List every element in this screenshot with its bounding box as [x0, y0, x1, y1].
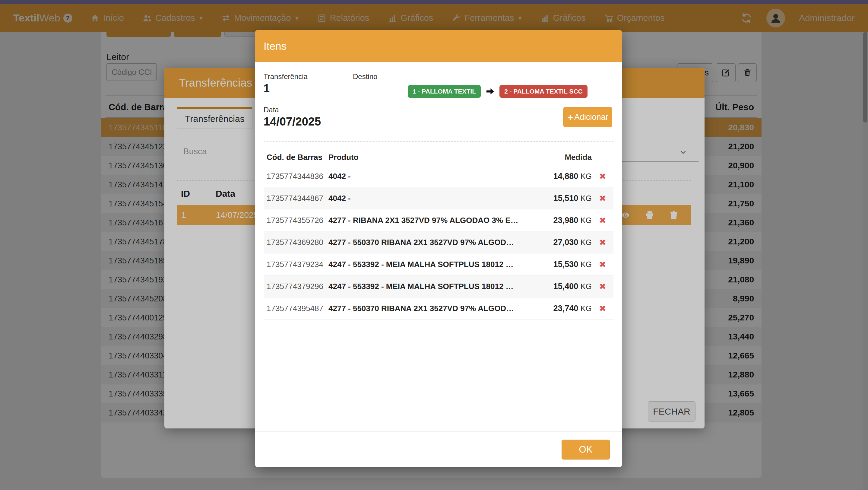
dashed-divider [264, 141, 614, 142]
item-row[interactable]: 1735774395487 4277 - 550370 RIBANA 2X1 3… [264, 298, 614, 319]
item-row[interactable]: 1735774379296 4247 - 553392 - MEIA MALHA… [264, 275, 614, 298]
measure-unit: KG [578, 194, 592, 203]
app-root: Leitor s Cód. de Barras Últ. Peso 173577… [0, 0, 868, 490]
items-rows: 1735774344836 4042 - 14,880 KG ✖ 1735774… [264, 165, 614, 319]
measure-cell: 15,510 KG [530, 194, 592, 203]
measure-cell: 14,880 KG [530, 172, 592, 181]
barcode-cell: 1735774344867 [264, 194, 329, 203]
ok-button[interactable]: OK [562, 439, 610, 460]
measure-unit: KG [578, 216, 592, 225]
actions-cell: ✖ [592, 215, 614, 225]
actions-cell: ✖ [592, 172, 614, 181]
items-table-header: Cód. de Barras Produto Medida [264, 150, 614, 165]
remove-item-icon[interactable]: ✖ [599, 216, 606, 225]
items-modal-header: Itens [255, 30, 622, 62]
product-cell: 4042 - [329, 194, 530, 203]
measure-value: 15,400 [553, 282, 579, 291]
remove-item-icon[interactable]: ✖ [599, 304, 606, 313]
remove-item-icon[interactable]: ✖ [599, 282, 606, 291]
actions-cell: ✖ [592, 238, 614, 247]
column-header-product: Produto [329, 153, 530, 162]
product-cell: 4277 - RIBANA 2X1 3527VD 97% ALGODAO 3% … [329, 216, 530, 225]
adicionar-button[interactable]: + Adicionar [563, 107, 612, 127]
measure-value: 23,980 [553, 216, 579, 225]
date-value: 14/07/2025 [264, 115, 321, 128]
origin-badge: 1 - PALLOMA TEXTIL [408, 85, 481, 98]
route-badges: 1 - PALLOMA TEXTIL 2 - PALLOMA TEXTIL SC… [408, 85, 588, 98]
item-row[interactable]: 1735774369280 4277 - 550370 RIBANA 2X1 3… [264, 232, 614, 253]
measure-value: 27,030 [553, 238, 579, 247]
item-row[interactable]: 1735774344867 4042 - 15,510 KG ✖ [264, 187, 614, 209]
product-cell: 4277 - 550370 RIBANA 2X1 3527VD 97% ALGO… [329, 304, 530, 313]
adicionar-label: Adicionar [574, 113, 608, 122]
items-table: Cód. de Barras Produto Medida 1735774344… [264, 150, 614, 319]
measure-unit: KG [578, 304, 592, 313]
measure-value: 14,880 [553, 172, 579, 181]
measure-cell: 15,400 KG [530, 282, 592, 291]
remove-item-icon[interactable]: ✖ [599, 260, 606, 269]
measure-cell: 23,740 KG [530, 304, 592, 313]
column-header-measure: Medida [530, 153, 592, 162]
barcode-cell: 1735774395487 [264, 304, 329, 313]
actions-cell: ✖ [592, 281, 614, 292]
destination-label: Destino [353, 72, 377, 81]
actions-cell: ✖ [592, 193, 614, 203]
measure-cell: 27,030 KG [530, 238, 592, 247]
ok-label: OK [579, 444, 593, 455]
remove-item-icon[interactable]: ✖ [599, 238, 606, 247]
arrow-right-icon [485, 86, 495, 97]
measure-unit: KG [578, 260, 592, 269]
remove-item-icon[interactable]: ✖ [599, 194, 606, 203]
items-modal-title: Itens [264, 40, 286, 52]
product-cell: 4247 - 553392 - MEIA MALHA SOFTPLUS 1801… [329, 282, 530, 291]
measure-value: 23,740 [553, 304, 579, 313]
item-row[interactable]: 1735774344836 4042 - 14,880 KG ✖ [264, 165, 614, 187]
plus-icon: + [567, 112, 573, 123]
product-cell: 4277 - 550370 RIBANA 2X1 3527VD 97% ALGO… [329, 238, 530, 247]
item-row[interactable]: 1735774379234 4247 - 553392 - MEIA MALHA… [264, 253, 614, 275]
destination-badge: 2 - PALLOMA TEXTIL SCC [499, 85, 588, 98]
actions-cell: ✖ [592, 259, 614, 270]
items-modal-footer: OK [255, 431, 622, 467]
top-strip [0, 0, 868, 4]
product-cell: 4042 - [329, 172, 530, 181]
barcode-cell: 1735774355726 [264, 216, 329, 225]
measure-unit: KG [578, 282, 592, 291]
remove-item-icon[interactable]: ✖ [599, 172, 606, 181]
transfer-label: Transferência [264, 72, 308, 81]
transfer-value: 1 [264, 82, 270, 95]
barcode-cell: 1735774379234 [264, 260, 329, 269]
barcode-cell: 1735774369280 [264, 238, 329, 247]
item-row[interactable]: 1735774355726 4277 - RIBANA 2X1 3527VD 9… [264, 209, 614, 232]
measure-value: 15,510 [553, 194, 579, 203]
column-header-barcode: Cód. de Barras [264, 153, 329, 162]
measure-value: 15,530 [553, 260, 579, 269]
barcode-cell: 1735774379296 [264, 282, 329, 291]
date-label: Data [264, 105, 279, 114]
product-cell: 4247 - 553392 - MEIA MALHA SOFTPLUS 1801… [329, 260, 530, 269]
measure-unit: KG [578, 238, 592, 247]
items-modal: Itens Transferência 1 Destino 1 - PALLOM… [255, 30, 622, 467]
measure-unit: KG [578, 172, 592, 181]
measure-cell: 23,980 KG [530, 216, 592, 225]
actions-cell: ✖ [592, 304, 614, 313]
barcode-cell: 1735774344836 [264, 172, 329, 181]
measure-cell: 15,530 KG [530, 260, 592, 269]
